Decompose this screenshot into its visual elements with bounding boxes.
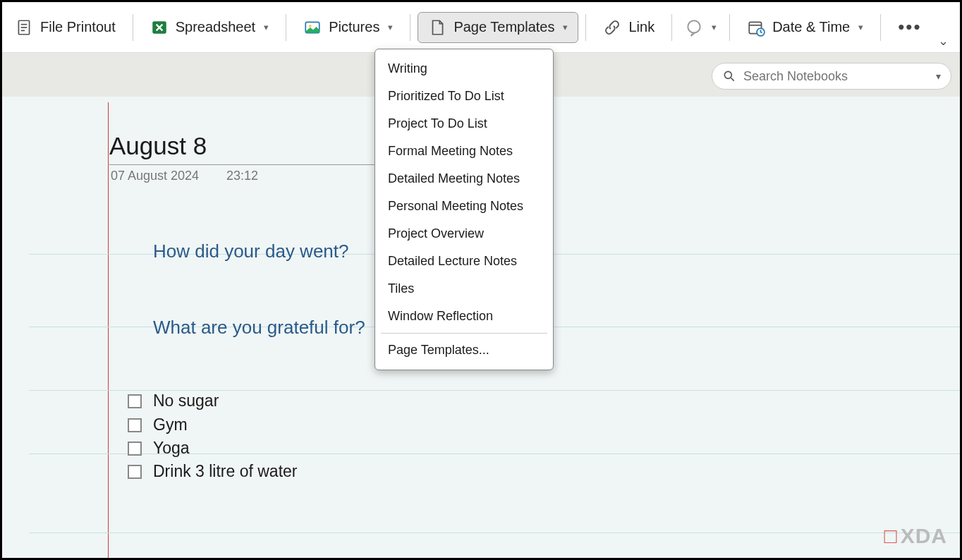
template-option[interactable]: Formal Meeting Notes: [375, 138, 553, 165]
title-underline: [108, 164, 404, 165]
chevron-down-icon: ▾: [388, 22, 393, 32]
link-button[interactable]: Link: [593, 13, 664, 42]
divider: [671, 14, 672, 41]
todo-item[interactable]: Drink 3 litre of water: [128, 462, 298, 481]
watermark-text: XDA: [901, 524, 947, 548]
chevron-down-icon: ▾: [712, 22, 717, 32]
template-option[interactable]: Window Reflection: [375, 303, 553, 330]
comment-icon: [685, 18, 703, 37]
todo-label: Yoga: [153, 439, 190, 458]
todo-label: No sugar: [153, 391, 219, 410]
template-option[interactable]: Personal Meeting Notes: [375, 193, 553, 220]
link-icon: [603, 18, 621, 37]
spreadsheet-icon: [150, 18, 169, 37]
page-templates-label: Page Templates: [453, 19, 554, 35]
todo-item[interactable]: No sugar: [128, 391, 219, 410]
template-option[interactable]: Detailed Lecture Notes: [375, 248, 553, 275]
date-time-icon: [747, 18, 765, 37]
todo-label: Gym: [153, 415, 188, 434]
template-option[interactable]: Prioritized To Do List: [375, 83, 553, 110]
search-notebooks[interactable]: ▾: [712, 63, 951, 90]
chevron-down-icon: ▾: [858, 22, 863, 32]
template-option[interactable]: Project Overview: [375, 220, 553, 248]
template-option[interactable]: Detailed Meeting Notes: [375, 165, 553, 193]
spreadsheet-label: Spreadsheet: [176, 19, 255, 35]
checkbox[interactable]: [128, 465, 142, 479]
file-printout-icon: [15, 18, 33, 37]
divider: [880, 14, 881, 41]
divider: [729, 14, 730, 41]
prompt-text[interactable]: How did your day went?: [153, 241, 348, 262]
checkbox[interactable]: [128, 442, 142, 456]
chevron-down-icon: ▾: [563, 22, 568, 32]
prompt-text[interactable]: What are you grateful for?: [153, 317, 365, 339]
page-title[interactable]: August 8: [109, 132, 207, 160]
page-templates-button[interactable]: Page Templates ▾: [418, 12, 578, 43]
date-time-button[interactable]: Date & Time ▾: [737, 13, 873, 42]
page-time[interactable]: 23:12: [226, 169, 258, 183]
page-templates-icon: [428, 18, 446, 37]
rule-line: [29, 390, 960, 391]
svg-point-11: [724, 71, 731, 78]
todo-item[interactable]: Gym: [128, 415, 188, 434]
search-input[interactable]: [743, 69, 929, 84]
template-option[interactable]: Writing: [375, 55, 553, 83]
chevron-down-icon: ▾: [264, 22, 269, 32]
svg-line-12: [731, 78, 734, 81]
file-printout-button[interactable]: File Printout: [5, 13, 126, 42]
link-label: Link: [628, 19, 654, 35]
search-icon: [722, 69, 736, 83]
checkbox[interactable]: [128, 394, 142, 408]
page-templates-more[interactable]: Page Templates...: [375, 336, 553, 364]
comment-button[interactable]: ▾: [679, 13, 722, 42]
spreadsheet-button[interactable]: Spreadsheet ▾: [140, 13, 279, 42]
todo-label: Drink 3 litre of water: [153, 462, 298, 481]
rule-line: [29, 532, 960, 533]
svg-point-6: [309, 24, 312, 27]
more-button[interactable]: •••: [888, 16, 931, 38]
pictures-icon: [303, 18, 322, 37]
watermark-logo-icon: □: [884, 524, 898, 548]
template-option[interactable]: Project To Do List: [375, 110, 553, 138]
ribbon-toolbar: File Printout Spreadsheet ▾ Pictures ▾ P…: [2, 2, 960, 53]
template-option[interactable]: Tiles: [375, 275, 553, 303]
todo-item[interactable]: Yoga: [128, 439, 190, 458]
chevron-down-icon[interactable]: ▾: [936, 71, 941, 82]
watermark: □ XDA: [884, 524, 947, 548]
svg-point-7: [688, 20, 700, 32]
expand-ribbon-icon[interactable]: ⌄: [938, 33, 949, 49]
pictures-label: Pictures: [329, 19, 379, 35]
divider: [133, 14, 133, 41]
menu-separator: [381, 333, 547, 334]
page-templates-menu: Writing Prioritized To Do List Project T…: [375, 49, 554, 370]
divider: [585, 14, 586, 41]
divider: [286, 14, 286, 41]
page-date[interactable]: 07 August 2024: [111, 169, 199, 183]
margin-line: [108, 102, 109, 558]
date-time-label: Date & Time: [772, 19, 850, 35]
divider: [410, 14, 410, 41]
pictures-button[interactable]: Pictures ▾: [293, 13, 403, 42]
file-printout-label: File Printout: [40, 19, 116, 35]
checkbox[interactable]: [128, 418, 142, 432]
